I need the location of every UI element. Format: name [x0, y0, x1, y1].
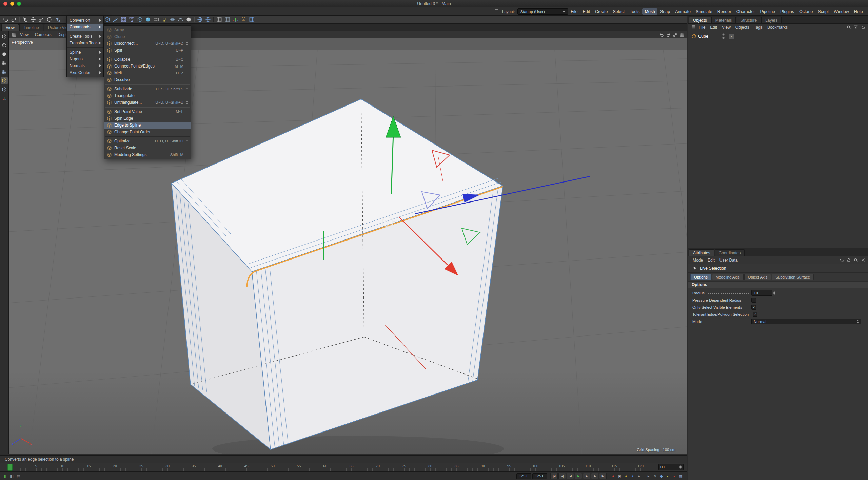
options-dot-icon[interactable]	[186, 88, 188, 90]
rotate-button[interactable]	[45, 16, 53, 23]
render-visibility-dot[interactable]	[722, 37, 725, 39]
submenu-item[interactable]: Subdivide... U~S, U~Shift+S	[104, 85, 191, 92]
previous-frame-button[interactable]: ◀	[567, 473, 574, 479]
attributes-menu-item[interactable]: User Data	[717, 258, 740, 263]
viewport-menu-icon[interactable]	[11, 32, 17, 38]
render-marker-button[interactable]: ▪	[671, 473, 677, 479]
texture-mode-button[interactable]	[1, 51, 8, 58]
next-key-button[interactable]: |▶	[591, 473, 598, 479]
scale-button[interactable]	[37, 16, 45, 23]
options-dot-icon[interactable]	[186, 101, 188, 104]
editor-visibility-dot[interactable]	[722, 33, 725, 36]
loop-button[interactable]: ↻	[652, 473, 658, 479]
objects-tab[interactable]: Materials	[711, 17, 736, 23]
objects-menu-item[interactable]: Bookmarks	[765, 25, 790, 30]
tool-button[interactable]	[18, 16, 21, 23]
volume-builder-button[interactable]	[136, 16, 144, 23]
submenu-item[interactable]: Dissolve	[104, 76, 191, 83]
floor-button[interactable]	[176, 16, 184, 23]
play-button[interactable]: ▶	[575, 473, 582, 479]
submenu-item[interactable]: Modeling Settings Shift+M	[104, 151, 191, 158]
menubar-item[interactable]: Render	[715, 8, 734, 15]
model-mode-button[interactable]	[1, 42, 8, 49]
keyframe-position-toggle[interactable]: ●	[623, 473, 629, 479]
options-dot-icon[interactable]	[186, 42, 188, 45]
undo-button[interactable]	[1, 16, 9, 23]
light-button[interactable]	[160, 16, 168, 23]
menu-item[interactable]: Spline	[67, 49, 103, 56]
autokey-button[interactable]: ◉	[617, 473, 623, 479]
redo-button[interactable]	[9, 16, 18, 23]
settings-icon[interactable]	[860, 257, 866, 263]
submenu-item[interactable]: Triangulate	[104, 92, 191, 99]
submenu-item[interactable]: Melt U~Z	[104, 70, 191, 76]
menubar-item[interactable]: Snap	[657, 8, 672, 15]
viewport-toggle-button[interactable]	[679, 32, 685, 38]
submenu-item[interactable]: Edge to Spline	[104, 122, 191, 129]
sky-button[interactable]	[168, 16, 176, 23]
make-editable-button[interactable]	[1, 33, 8, 40]
dropdown-select[interactable]: Normal	[751, 319, 861, 324]
cloner-button[interactable]	[127, 16, 136, 23]
checkbox-input[interactable]	[751, 298, 756, 303]
attribute-mode-tab[interactable]: Modeling Axis	[712, 274, 744, 280]
polygons-mode-button[interactable]	[1, 86, 8, 93]
menu-item[interactable]	[67, 31, 103, 33]
menubar-item[interactable]: Tools	[627, 8, 642, 15]
attributes-menu-item[interactable]: Mode	[690, 258, 705, 263]
submenu-item[interactable]: Clone	[104, 33, 191, 40]
record-button[interactable]: ●	[610, 473, 616, 479]
search-icon[interactable]	[846, 24, 852, 31]
marker-options-button[interactable]: ◧	[9, 473, 15, 479]
points-mode-button[interactable]	[1, 68, 8, 75]
hud-button[interactable]: ▦	[678, 473, 684, 479]
frame-all-button[interactable]	[672, 32, 678, 38]
menubar-item[interactable]: Select	[610, 8, 627, 15]
submenu-item[interactable]: Optimize... U~O, U~Shift+O	[104, 138, 191, 145]
objects-menu-item[interactable]: File	[696, 25, 708, 30]
axis-toggle-button[interactable]	[231, 16, 239, 23]
submenu-item[interactable]	[104, 54, 191, 56]
submenu-item[interactable]: Split U~P	[104, 47, 191, 54]
submenu-item[interactable]: Collapse U~C	[104, 56, 191, 63]
objects-menu-icon[interactable]	[690, 24, 696, 31]
field-button[interactable]	[144, 16, 152, 23]
menubar-item[interactable]: Character	[734, 8, 757, 15]
attributes-menu-item[interactable]: Edit	[705, 258, 717, 263]
objects-menu-item[interactable]: View	[719, 25, 733, 30]
panel-tab[interactable]: Timeline	[19, 24, 43, 31]
filter-icon[interactable]	[853, 24, 859, 31]
menubar-item[interactable]: Mesh	[642, 8, 658, 15]
value-stepper[interactable]	[773, 291, 777, 295]
start-frame-field[interactable]: 125 F	[516, 473, 531, 479]
globe-a-button[interactable]	[196, 16, 204, 23]
snap-button[interactable]	[239, 16, 248, 23]
checkbox-input[interactable]: ✓	[751, 305, 756, 310]
cube-primitive-button[interactable]	[103, 16, 111, 23]
viewport-menu-item[interactable]: Cameras	[32, 32, 55, 37]
tool-button[interactable]	[212, 16, 215, 23]
viewport-menu-item[interactable]: View	[17, 32, 32, 37]
tool-button[interactable]	[61, 16, 64, 23]
menubar-item[interactable]: Help	[851, 8, 865, 15]
sound-button[interactable]: ◆	[658, 473, 664, 479]
menubar-item[interactable]: Create	[592, 8, 610, 15]
menu-item[interactable]	[67, 46, 103, 49]
workplane-mode-button[interactable]	[1, 59, 8, 66]
attribute-mode-tab[interactable]: Object Axis	[744, 274, 771, 280]
number-input[interactable]: 10	[751, 290, 772, 296]
quantize-button[interactable]	[248, 16, 256, 23]
submenu-item[interactable]	[104, 83, 191, 85]
section-header[interactable]: Options	[688, 281, 868, 288]
menu-item[interactable]: Transform Tools	[67, 40, 103, 46]
search-icon[interactable]	[853, 257, 859, 263]
goto-end-button[interactable]: ▶|	[599, 473, 607, 479]
submenu-item[interactable]: Array	[104, 26, 191, 33]
object-name[interactable]: Cube	[698, 34, 708, 39]
panel-tab[interactable]: View	[1, 24, 19, 31]
menu-item[interactable]: Commands	[67, 24, 103, 31]
playback-mode-button[interactable]: ▸	[646, 473, 651, 479]
plane-lock-button[interactable]	[223, 16, 231, 23]
submenu-item[interactable]	[104, 135, 191, 138]
menu-item[interactable]: Conversion	[67, 17, 103, 24]
